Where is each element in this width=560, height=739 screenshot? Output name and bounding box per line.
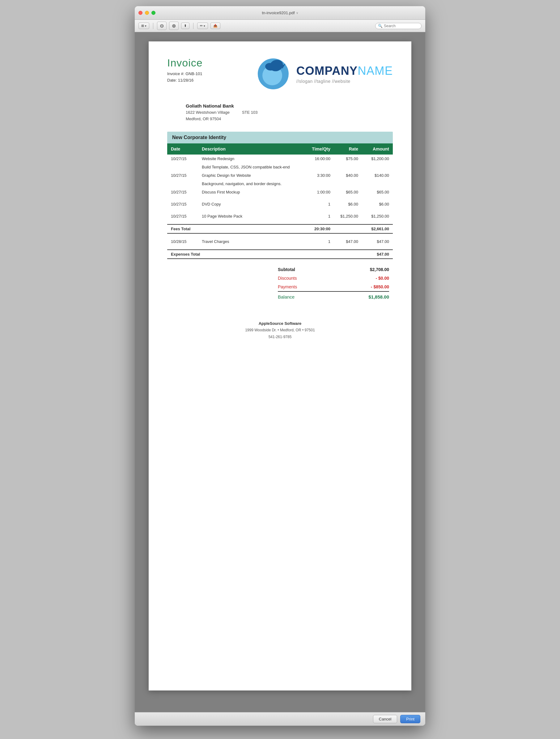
item-rate: $75.00 xyxy=(334,155,362,163)
share-button[interactable]: ⬆ xyxy=(181,23,189,29)
table-row: 10/27/15 10 Page Website Pack 1 $1,250.0… xyxy=(167,212,393,220)
close-button[interactable] xyxy=(138,11,142,15)
item-description: 10 Page Website Pack xyxy=(198,212,303,220)
table-row-spacer xyxy=(167,196,393,200)
table-row-detail: Build Template, CSS, JSON compatible bac… xyxy=(167,163,393,171)
payments-label: Payments xyxy=(278,284,297,289)
title-bar: tn-invoice9201.pdf ∨ xyxy=(135,6,425,20)
zoom-in-button[interactable]: ⊕ xyxy=(169,22,179,30)
summary-payments-row: Payments - $850.00 xyxy=(278,283,389,291)
expenses-total-label: Expenses Total xyxy=(167,250,303,259)
item-date: 10/27/15 xyxy=(167,212,198,220)
col-timeqty: Time/Qty xyxy=(303,143,334,155)
bill-to-city: Medford, OR 97504 xyxy=(186,116,393,122)
subtotal-value: $2,708.00 xyxy=(370,267,389,272)
item-date: 10/27/15 xyxy=(167,200,198,208)
footer-phone: 541-261-9785 xyxy=(167,334,393,340)
item-description: Website Redesign xyxy=(198,155,303,163)
fees-total-label: Fees Total xyxy=(167,225,303,233)
invoice-meta: Invoice #: GNB-101 Date: 11/28/16 xyxy=(167,71,203,84)
item-date: 10/27/15 xyxy=(167,171,198,180)
expenses-total-row: Expenses Total $47.00 xyxy=(167,250,393,259)
bill-to-name: Goliath National Bank xyxy=(186,103,393,109)
section-header: New Corporate Identity xyxy=(167,132,393,143)
cancel-button[interactable]: Cancel xyxy=(373,715,397,723)
summary-balance-row: Balance $1,858.00 xyxy=(278,291,389,301)
expense-date: 10/28/15 xyxy=(167,238,198,246)
col-date: Date xyxy=(167,143,198,155)
share-icon: ⬆ xyxy=(184,24,187,28)
invoice-title: Invoice xyxy=(167,57,203,69)
annotate-chevron-icon: ▾ xyxy=(204,24,205,27)
search-box[interactable]: 🔍 xyxy=(375,23,422,29)
col-amount: Amount xyxy=(362,143,393,155)
zoom-button[interactable] xyxy=(151,11,155,15)
payments-value: - $850.00 xyxy=(371,284,389,289)
item-detail: Build Template, CSS, JSON compatible bac… xyxy=(198,163,393,171)
item-description: Graphic Design for Website xyxy=(198,171,303,180)
zoom-in-icon: ⊕ xyxy=(172,23,176,29)
search-icon: 🔍 xyxy=(378,24,383,28)
table-row-detail: Background, navigation, and border desig… xyxy=(167,180,393,188)
item-qty: 1 xyxy=(303,200,334,208)
company-name-light: NAME xyxy=(358,64,393,78)
discounts-label: Discounts xyxy=(278,276,297,281)
company-text-area: COMPANY NAME //slogan //tagline //websit… xyxy=(296,64,393,84)
company-taglines: //slogan //tagline //website xyxy=(296,79,393,84)
toolbar-separator-1 xyxy=(153,23,153,29)
zoom-out-icon: ⊖ xyxy=(160,23,164,29)
footer-company: AppleSource Software xyxy=(167,320,393,327)
summary-discounts-row: Discounts - $0.00 xyxy=(278,274,389,283)
item-qty: 16:00:00 xyxy=(303,155,334,163)
print-button[interactable]: Print xyxy=(400,715,420,723)
invoice-date: Date: 11/28/16 xyxy=(167,77,203,84)
table-row: 10/27/15 Website Redesign 16:00:00 $75.0… xyxy=(167,155,393,163)
company-name-line: COMPANY NAME xyxy=(296,64,393,78)
toolbar-separator-2 xyxy=(193,23,193,29)
col-rate: Rate xyxy=(334,143,362,155)
search-input[interactable] xyxy=(384,24,419,28)
bill-to-address: 1622 Westshown Village STE 103 Medford, … xyxy=(186,109,393,122)
window-title-chevron: ∨ xyxy=(296,11,298,14)
fees-total-qty: 20:30:00 xyxy=(303,225,334,233)
invoice-left: Invoice Invoice #: GNB-101 Date: 11/28/1… xyxy=(167,57,203,84)
item-amount: $1,200.00 xyxy=(362,155,393,163)
annotate-button[interactable]: ✏ ▾ xyxy=(197,23,208,29)
pdf-area: Invoice Invoice #: GNB-101 Date: 11/28/1… xyxy=(135,32,425,712)
item-qty: 1:00:00 xyxy=(303,188,334,196)
bill-to-line1: 1622 Westshown Village STE 103 xyxy=(186,109,393,116)
item-amount: $140.00 xyxy=(362,171,393,180)
item-description: DVD Copy xyxy=(198,200,303,208)
sidebar-icon: ⊞ xyxy=(141,24,144,28)
summary-subtotal-row: Subtotal $2,708.00 xyxy=(278,265,389,274)
fees-total-row: Fees Total 20:30:00 $2,661.00 xyxy=(167,225,393,233)
item-rate: $40.00 xyxy=(334,171,362,180)
footer-address: 1999 Woodside Dr. • Medford, OR • 97501 xyxy=(167,327,393,334)
item-rate: $1,250.00 xyxy=(334,212,362,220)
airdrop-button[interactable]: 📤 xyxy=(211,23,220,29)
item-amount: $1,250.00 xyxy=(362,212,393,220)
annotate-icon: ✏ xyxy=(200,24,203,28)
subtotal-label: Subtotal xyxy=(278,267,295,272)
table-row: 10/27/15 Graphic Design for Website 3:30… xyxy=(167,171,393,180)
table-row: 10/28/15 Travel Charges 1 $47.00 $47.00 xyxy=(167,238,393,246)
item-amount: $6.00 xyxy=(362,200,393,208)
sidebar-toggle-button[interactable]: ⊞ ▾ xyxy=(138,23,149,29)
table-row: 10/27/15 Discuss First Mockup 1:00:00 $6… xyxy=(167,188,393,196)
balance-label: Balance xyxy=(278,294,294,299)
bill-to-suite: STE 103 xyxy=(242,109,258,116)
zoom-out-button[interactable]: ⊖ xyxy=(157,22,167,30)
invoice-header: Invoice Invoice #: GNB-101 Date: 11/28/1… xyxy=(167,57,393,91)
summary-section: Subtotal $2,708.00 Discounts - $0.00 Pay… xyxy=(167,265,393,301)
minimize-button[interactable] xyxy=(145,11,149,15)
expense-qty: 1 xyxy=(303,238,334,246)
company-logo xyxy=(256,57,290,91)
invoice-number: Invoice #: GNB-101 xyxy=(167,71,203,77)
table-row-spacer xyxy=(167,233,393,238)
item-rate: $65.00 xyxy=(334,188,362,196)
table-row-spacer xyxy=(167,220,393,225)
invoice-table: Date Description Time/Qty Rate Amount 10… xyxy=(167,143,393,259)
item-amount: $65.00 xyxy=(362,188,393,196)
item-qty: 1 xyxy=(303,212,334,220)
item-qty: 3:30:00 xyxy=(303,171,334,180)
